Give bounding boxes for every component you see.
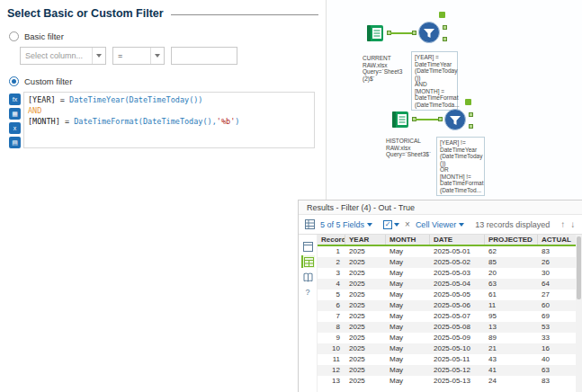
table-cell[interactable]: 26: [538, 257, 576, 268]
connection-line[interactable]: [390, 32, 414, 34]
table-row[interactable]: 52025May2025-05-056127: [318, 290, 576, 300]
table-cell[interactable]: 7: [318, 311, 345, 322]
table-cell[interactable]: May: [386, 354, 430, 365]
table-cell[interactable]: 2025-05-05: [430, 290, 485, 300]
table-cell[interactable]: 83: [538, 246, 576, 257]
column-header-date[interactable]: DATE: [430, 235, 485, 245]
table-cell[interactable]: 33: [538, 333, 576, 343]
table-cell[interactable]: 11: [485, 300, 538, 311]
operator-select[interactable]: =: [112, 47, 165, 65]
table-cell[interactable]: May: [386, 300, 430, 311]
table-cell[interactable]: 1: [318, 246, 345, 257]
column-header-actual[interactable]: ACTUAL: [538, 235, 576, 245]
table-cell[interactable]: 21: [485, 343, 538, 354]
table-options-icon[interactable]: [305, 219, 315, 229]
table-cell[interactable]: 69: [538, 311, 576, 322]
metadata-book-icon[interactable]: [301, 271, 315, 283]
table-cell[interactable]: 64: [538, 279, 576, 290]
table-cell[interactable]: 4: [318, 279, 345, 290]
table-cell[interactable]: 2025-05-07: [430, 311, 485, 322]
table-cell[interactable]: May: [386, 365, 430, 376]
table-cell[interactable]: 62: [485, 246, 538, 257]
variables-icon[interactable]: x: [9, 122, 21, 134]
table-cell[interactable]: 24: [485, 376, 538, 387]
table-cell[interactable]: 2025-05-04: [430, 279, 485, 290]
table-cell[interactable]: 41: [485, 365, 538, 376]
table-row[interactable]: 42025May2025-05-046364: [318, 279, 576, 290]
table-cell[interactable]: 2025: [345, 257, 386, 268]
table-cell[interactable]: May: [386, 279, 430, 290]
table-cell[interactable]: 2025-05-01: [430, 246, 485, 257]
table-cell[interactable]: 6: [318, 300, 345, 311]
filter-annotation-2[interactable]: [YEAR] != DateTimeYear (DateTimeToday ()…: [436, 137, 485, 196]
table-cell[interactable]: 20: [485, 268, 538, 279]
table-cell[interactable]: May: [386, 268, 430, 279]
table-cell[interactable]: 10: [318, 343, 345, 354]
table-cell[interactable]: 43: [485, 354, 538, 365]
table-row[interactable]: 122025May2025-05-124163: [318, 365, 576, 376]
table-cell[interactable]: 2025: [345, 290, 386, 300]
table-cell[interactable]: May: [386, 257, 430, 268]
table-cell[interactable]: 83: [538, 376, 576, 387]
table-cell[interactable]: 2025: [345, 322, 386, 333]
table-cell[interactable]: 2025: [345, 365, 386, 376]
table-row[interactable]: 132025May2025-05-132483: [318, 376, 576, 387]
table-cell[interactable]: 2025-05-08: [430, 322, 485, 333]
table-cell[interactable]: May: [386, 333, 430, 343]
table-row[interactable]: 12025May2025-05-016283: [318, 246, 576, 257]
cell-viewer-dropdown[interactable]: Cell Viewer: [416, 220, 464, 229]
false-output-anchor[interactable]: [443, 37, 447, 41]
layout-view-icon[interactable]: [301, 240, 315, 253]
select-fields-icon[interactable]: ✓: [383, 220, 399, 229]
table-cell[interactable]: 2025: [345, 311, 386, 322]
vertical-scrollbar[interactable]: [576, 235, 582, 392]
table-cell[interactable]: 63: [538, 365, 576, 376]
help-icon[interactable]: ?: [301, 286, 315, 298]
table-cell[interactable]: 61: [485, 290, 538, 300]
connection-line[interactable]: [416, 119, 440, 120]
filter-annotation-1[interactable]: [YEAR] = DateTimeYear (DateTimeToday ())…: [411, 51, 458, 111]
table-cell[interactable]: 63: [485, 279, 538, 290]
functions-icon[interactable]: fx: [9, 94, 21, 105]
table-cell[interactable]: May: [386, 343, 430, 354]
workflow-canvas[interactable]: CURRENT RAW.xlsx Query=`Sheet3 (2)$` [YE…: [326, 0, 582, 200]
table-cell[interactable]: 13: [318, 376, 345, 387]
table-cell[interactable]: 2025-05-11: [430, 354, 485, 365]
table-cell[interactable]: 2025-05-13: [430, 376, 485, 387]
table-cell[interactable]: 2: [318, 257, 345, 268]
table-row[interactable]: 92025May2025-05-098933: [318, 333, 576, 343]
column-header-record[interactable]: Record: [318, 235, 345, 245]
column-select[interactable]: Select column...: [20, 47, 106, 65]
column-header-projected[interactable]: PROJECTED: [485, 235, 538, 245]
true-output-anchor[interactable]: [443, 25, 447, 30]
table-cell[interactable]: 9: [318, 333, 345, 343]
table-cell[interactable]: 12: [318, 365, 345, 376]
table-cell[interactable]: 2025-05-10: [430, 343, 485, 354]
table-cell[interactable]: 89: [485, 333, 538, 343]
fields-dropdown[interactable]: 5 of 5 Fields: [320, 220, 372, 229]
table-cell[interactable]: 8: [318, 322, 345, 333]
table-cell[interactable]: 2025: [345, 343, 386, 354]
input-data-tool-current[interactable]: [364, 22, 386, 48]
filter-tool-1[interactable]: [416, 20, 442, 49]
table-cell[interactable]: 2025-05-02: [430, 257, 485, 268]
expression-editor[interactable]: [YEAR] = DateTimeYear(DateTimeToday())AN…: [23, 92, 315, 148]
arrow-down-icon[interactable]: ↓: [570, 220, 575, 229]
table-cell[interactable]: May: [386, 311, 430, 322]
table-cell[interactable]: May: [386, 290, 430, 300]
table-cell[interactable]: 16: [538, 343, 576, 354]
input-annotation-current[interactable]: CURRENT RAW.xlsx Query=`Sheet3 (2)$`: [363, 55, 409, 82]
column-header-month[interactable]: MONTH: [386, 235, 430, 245]
table-row[interactable]: 62025May2025-05-061160: [318, 300, 576, 311]
true-output-anchor[interactable]: [469, 112, 473, 117]
table-cell[interactable]: 27: [538, 290, 576, 300]
table-cell[interactable]: 2025-05-03: [430, 268, 485, 279]
table-cell[interactable]: 53: [538, 322, 576, 333]
table-cell[interactable]: May: [386, 322, 430, 333]
table-cell[interactable]: 2025: [345, 246, 386, 257]
column-header-year[interactable]: YEAR: [345, 235, 386, 245]
table-cell[interactable]: 11: [318, 354, 345, 365]
table-row[interactable]: 32025May2025-05-032030: [318, 268, 576, 279]
arrow-up-icon[interactable]: ↑: [560, 220, 565, 229]
table-cell[interactable]: 60: [538, 300, 576, 311]
